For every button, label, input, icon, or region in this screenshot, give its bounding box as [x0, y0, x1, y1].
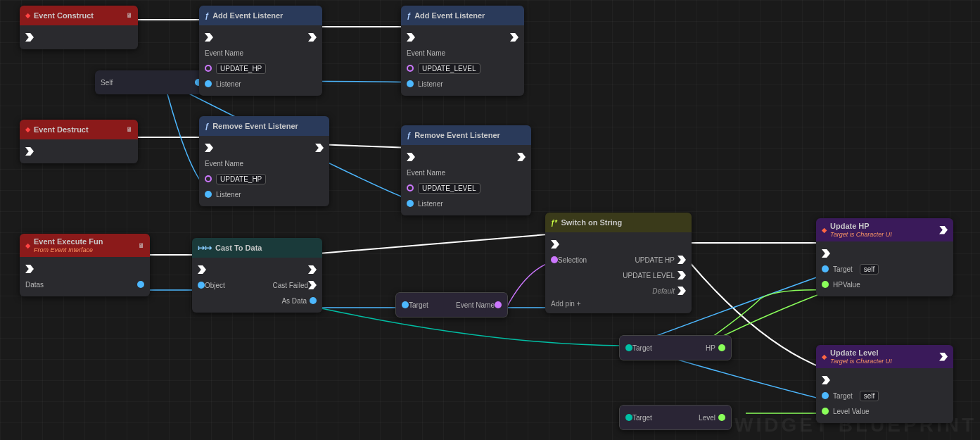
update-hp-exec-in-row [816, 246, 953, 261]
event-destruct-node: ◆ Event Destruct 🖥 [20, 120, 138, 163]
hp-value-pin [822, 281, 829, 288]
exec-out-pin [308, 33, 317, 42]
event-destruct-exec-out [20, 144, 138, 159]
update-level-exec-in-row [816, 372, 953, 388]
event-destruct-icon: ◆ [25, 126, 30, 133]
cast-as-data-row: As Data [192, 293, 322, 308]
add-el1-event-name-field-row: UPDATE_HP [199, 61, 322, 76]
cast-to-data-title: Cast To Data [215, 244, 262, 252]
update-hp-icon: ◆ [822, 227, 827, 234]
remove-el1-exec-row [199, 140, 329, 156]
switch-update-level-row: UPDATE LEVEL [545, 268, 692, 283]
exec-out-pin [25, 265, 34, 273]
event-name-label: Event Name [205, 160, 243, 168]
remove-el1-update-hp: UPDATE_HP [216, 174, 266, 184]
switch-default-row: Default [545, 283, 692, 298]
remove-event-listener-2-node: ƒ Remove Event Listener Event Name UPDAT… [401, 125, 531, 215]
add-event-listener-2-node: ƒ Add Event Listener Event Name UPDATE_L… [401, 6, 524, 96]
event-destruct-header: ◆ Event Destruct 🖥 [20, 120, 138, 139]
self-node: Self [95, 70, 208, 94]
exec-in-pin [822, 249, 830, 258]
exec-out-pin [25, 33, 34, 42]
target-label: Target [409, 301, 428, 309]
exec-out-pin [510, 33, 518, 42]
add-pin-button[interactable]: Add pin + [545, 298, 692, 309]
event-construct-title: Event Construct [34, 11, 94, 20]
exec-in-pin [407, 153, 415, 161]
remove-el1-listener-row: Listener [199, 187, 329, 202]
add-el2-exec-row [401, 30, 524, 45]
add-event-listener-1-node: ƒ Add Event Listener Event Name UPDATE_H… [199, 6, 322, 96]
add-event-listener-2-title: Add Event Listener [414, 11, 485, 20]
object-label: Object [205, 282, 225, 289]
target-hp-in-pin [625, 344, 632, 351]
event-construct-header: ◆ Event Construct 🖥 [20, 6, 138, 25]
update-hp-title: Update HP [830, 222, 892, 230]
event-execute-datas-row: Datas [20, 277, 150, 292]
update-hp-label: UPDATE HP [635, 256, 675, 264]
as-data-pin [310, 297, 317, 304]
add-el1-exec-row [199, 30, 322, 45]
exec-in-pin [205, 144, 213, 152]
event-construct-icon: ◆ [25, 12, 30, 19]
add-event-listener-2-header: ƒ Add Event Listener [401, 6, 524, 25]
remove-el2-title: Remove Event Listener [414, 131, 500, 139]
exec-out-pin [315, 144, 324, 152]
default-out-pin [677, 287, 686, 295]
add-el1-update-hp: UPDATE_HP [216, 63, 266, 74]
update-hp-value-row: HPValue [816, 277, 953, 292]
event-execute-title: Event Execute Fun [34, 237, 103, 246]
remove-el1-event-name-field: UPDATE_HP [199, 171, 329, 187]
event-destruct-monitor: 🖥 [126, 126, 132, 133]
listener-label: Listener [418, 80, 443, 88]
event-execute-fun-node: ◆ Event Execute Fun From Event Interface… [20, 234, 150, 296]
listener-pin [205, 80, 212, 87]
exec-in-pin [205, 33, 213, 42]
target-pin [822, 265, 829, 272]
add-el2-event-name-row: Event Name [401, 45, 524, 61]
add-el1-event-name-row: Event Name [199, 45, 322, 61]
listener-label: Listener [216, 191, 241, 199]
event-name-pin [205, 65, 212, 72]
exec-out-pin [517, 153, 526, 161]
object-pin [198, 282, 205, 289]
exec-out-pin [25, 147, 34, 156]
add-el2-update-level: UPDATE_LEVEL [418, 63, 481, 74]
cast-icon: ↦↦ [198, 243, 212, 253]
target-label: Target [632, 344, 652, 352]
update-hp-target-row: Target self [816, 261, 953, 277]
switch-on-string-node: ƒ* Switch on String Selection UPDATE HP … [545, 213, 692, 313]
update-level-header: ◆ Update Level Target is Character UI [816, 345, 953, 368]
remove-el1-header: ƒ Remove Event Listener [199, 116, 329, 136]
selection-pin [551, 256, 558, 263]
listener-pin [407, 80, 414, 87]
target-level-row: Target Level [620, 410, 731, 425]
remove-el2-event-name-label: Event Name [401, 165, 531, 180]
update-hp-node: ◆ Update HP Target is Character UI Targe… [816, 218, 953, 296]
as-data-label: As Data [281, 297, 307, 305]
event-construct-exec-out [20, 30, 138, 45]
update-level-title: Update Level [830, 348, 892, 357]
level-out-pin [718, 414, 725, 421]
func-icon-3: ƒ [205, 122, 209, 130]
target-in-pin [402, 301, 409, 308]
self-label: Self [101, 79, 113, 87]
exec-in-pin [407, 33, 415, 42]
update-level-label: UPDATE LEVEL [623, 272, 675, 279]
get-event-name-row: Target Event Name [396, 297, 507, 313]
listener-label: Listener [418, 200, 443, 208]
datas-label: Datas [25, 281, 44, 289]
update-level-icon: ◆ [822, 353, 827, 360]
add-el2-listener-row: Listener [401, 76, 524, 92]
target-label: Target [833, 392, 853, 400]
target-label: Target [632, 414, 652, 422]
cast-to-data-node: ↦↦ Cast To Data Object Cast Failed As Da… [192, 238, 322, 313]
level-value-pin [822, 408, 829, 415]
event-name-pin [407, 65, 414, 72]
add-el1-listener-row: Listener [199, 76, 322, 92]
datas-pin [137, 281, 144, 288]
switch-exec-row [545, 237, 692, 252]
update-level-subtitle: Target is Character UI [830, 358, 892, 365]
listener-pin [407, 200, 414, 207]
event-name-pin [205, 175, 212, 182]
